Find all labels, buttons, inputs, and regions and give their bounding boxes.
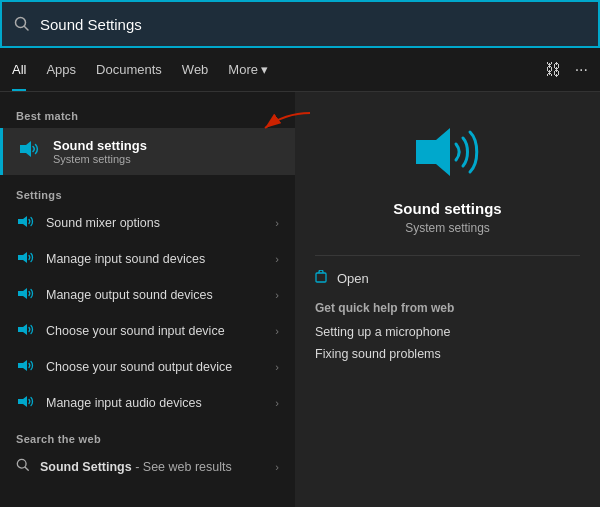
settings-label: Settings [0,183,295,205]
result-subtitle: System settings [405,221,490,235]
search-web-label: Search the web [0,427,295,449]
list-item-text-3: Manage output sound devices [46,288,265,302]
list-item-audio-devices[interactable]: Manage input audio devices › [0,385,295,421]
search-input[interactable] [40,16,586,33]
left-panel: Best match Sound settings System setting… [0,92,295,507]
web-search-text: Sound Settings - See web results [40,460,265,474]
tabs-right: ⛓ ··· [545,61,588,79]
result-title: Sound settings [393,200,501,217]
tab-web[interactable]: Web [182,48,209,91]
best-match-subtitle: System settings [53,153,147,165]
chevron-right-icon-5: › [275,361,279,373]
svg-rect-13 [316,273,326,282]
quick-help-label: Get quick help from web [315,301,580,315]
svg-marker-5 [18,288,27,299]
sound-icon-small-4 [16,322,36,340]
sound-icon-small-5 [16,358,36,376]
sound-icon-small-3 [16,286,36,304]
web-chevron-icon: › [275,461,279,473]
best-match-label: Best match [0,104,295,126]
help-link-microphone[interactable]: Setting up a microphone [315,325,580,339]
svg-marker-6 [18,324,27,335]
web-search-item[interactable]: Sound Settings - See web results › [0,449,295,484]
sound-icon-small-2 [16,250,36,268]
search-web-section: Search the web Sound Settings - See web … [0,427,295,484]
chevron-right-icon: › [275,217,279,229]
best-match-item[interactable]: Sound settings System settings [0,128,295,175]
open-icon [315,270,329,287]
tabs-bar: All Apps Documents Web More ▾ ⛓ ··· [0,48,600,92]
list-item-input-sound[interactable]: Manage input sound devices › [0,241,295,277]
divider [315,255,580,256]
list-item-sound-mixer[interactable]: Sound mixer options › [0,205,295,241]
list-item-sound-input[interactable]: Choose your sound input device › [0,313,295,349]
svg-line-10 [25,467,28,470]
svg-marker-7 [18,360,27,371]
chevron-right-icon-6: › [275,397,279,409]
list-item-text-4: Choose your sound input device [46,324,265,338]
chevron-right-icon-4: › [275,325,279,337]
best-match-title: Sound settings [53,138,147,153]
tab-all[interactable]: All [12,48,26,91]
ellipsis-icon[interactable]: ··· [575,61,588,79]
list-item-text-5: Choose your sound output device [46,360,265,374]
sound-icon-large [412,122,484,186]
svg-line-1 [25,27,29,31]
list-item-output-sound[interactable]: Manage output sound devices › [0,277,295,313]
svg-marker-12 [416,128,450,176]
list-item-text-2: Manage input sound devices [46,252,265,266]
search-icon [14,16,30,32]
sound-icon [19,140,41,163]
tab-documents[interactable]: Documents [96,48,162,91]
list-item-text-6: Manage input audio devices [46,396,265,410]
list-item-text: Sound mixer options [46,216,265,230]
list-item-sound-output[interactable]: Choose your sound output device › [0,349,295,385]
help-link-problems[interactable]: Fixing sound problems [315,347,580,361]
chevron-down-icon: ▾ [261,62,268,77]
svg-marker-2 [20,141,31,157]
tab-apps[interactable]: Apps [46,48,76,91]
tab-more[interactable]: More ▾ [228,48,268,91]
chevron-right-icon-2: › [275,253,279,265]
search-bar [0,0,600,48]
svg-marker-4 [18,252,27,263]
chevron-right-icon-3: › [275,289,279,301]
right-panel: Sound settings System settings Open Get … [295,92,600,507]
person-icon[interactable]: ⛓ [545,61,561,79]
web-search-icon [16,458,30,475]
open-label: Open [337,271,369,286]
best-match-text: Sound settings System settings [53,138,147,165]
open-action[interactable]: Open [315,270,580,287]
settings-section: Settings Sound mixer options › [0,183,295,421]
svg-marker-3 [18,216,27,227]
tabs-left: All Apps Documents Web More ▾ [12,48,268,91]
svg-marker-8 [18,396,27,407]
sound-icon-small-6 [16,394,36,412]
main-content: Best match Sound settings System setting… [0,92,600,507]
sound-icon-small [16,214,36,232]
